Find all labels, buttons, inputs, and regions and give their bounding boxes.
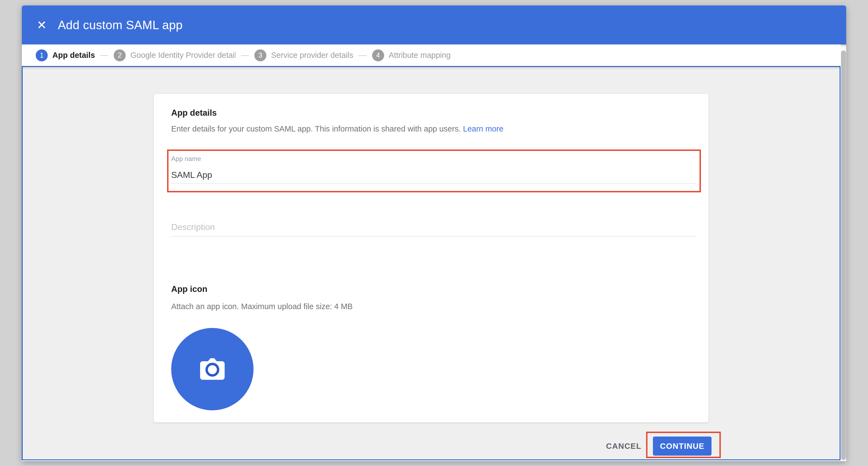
description-input[interactable] — [171, 218, 696, 237]
section-description: Enter details for your custom SAML app. … — [171, 124, 503, 134]
app-icon-hint: Attach an app icon. Maximum upload file … — [171, 302, 353, 311]
app-icon-title: App icon — [171, 284, 208, 294]
step-attribute-mapping[interactable]: 4 Attribute mapping — [372, 49, 451, 61]
learn-more-link[interactable]: Learn more — [463, 124, 503, 133]
step-4-circle: 4 — [372, 49, 384, 61]
cancel-button[interactable]: CANCEL — [603, 437, 644, 456]
section-description-text: Enter details for your custom SAML app. … — [171, 124, 461, 133]
app-icon-upload-button[interactable] — [171, 328, 253, 410]
step-google-idp-details[interactable]: 2 Google Identity Provider details — [114, 49, 236, 61]
camera-icon — [199, 357, 226, 381]
close-icon[interactable]: ✕ — [35, 19, 48, 31]
step-2-label: Google Identity Provider details — [130, 51, 236, 60]
step-3-label: Service provider details — [271, 51, 353, 60]
step-app-details[interactable]: 1 App details — [36, 49, 95, 61]
step-service-provider-details[interactable]: 3 Service provider details — [254, 49, 353, 61]
dialog-title: Add custom SAML app — [58, 18, 183, 32]
step-separator: — — [359, 51, 367, 60]
step-separator: — — [100, 51, 108, 60]
dialog-header: ✕ Add custom SAML app — [22, 5, 846, 45]
step-3-circle: 3 — [254, 49, 266, 61]
step-1-label: App details — [52, 51, 95, 60]
step-2-circle: 2 — [114, 49, 126, 61]
step-separator: — — [241, 51, 249, 60]
step-1-circle: 1 — [36, 49, 48, 61]
app-name-input[interactable] — [171, 167, 696, 184]
dialog-body: App details Enter details for your custo… — [22, 66, 840, 460]
add-custom-saml-app-dialog: ✕ Add custom SAML app 1 App details — 2 … — [22, 5, 846, 461]
scrollbar-track[interactable] — [841, 45, 846, 460]
wizard-stepper: 1 App details — 2 Google Identity Provid… — [22, 45, 840, 66]
section-title: App details — [171, 108, 217, 118]
annotation-highlight-app-name: App name — [167, 149, 701, 192]
step-4-label: Attribute mapping — [389, 51, 451, 60]
app-name-label: App name — [171, 155, 201, 163]
scrollbar-thumb[interactable] — [841, 51, 846, 460]
app-details-card: App details Enter details for your custo… — [153, 94, 709, 423]
continue-button[interactable]: CONTINUE — [653, 437, 712, 456]
